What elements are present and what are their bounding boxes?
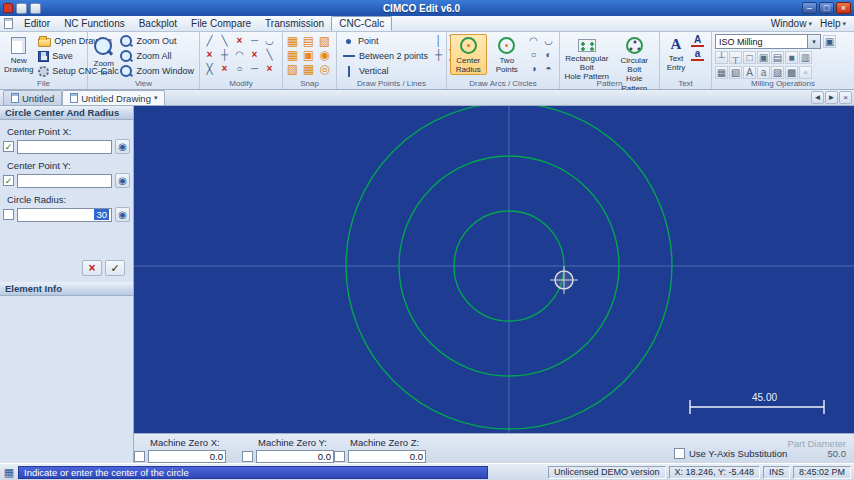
snap-tool-icon[interactable]: ▣ [302, 48, 315, 61]
menu-backplot[interactable]: Backplot [132, 17, 184, 30]
zoom-out-button[interactable]: Zoom Out [118, 34, 196, 48]
drawing-canvas[interactable]: 45.00 [134, 106, 854, 433]
tab-untitled[interactable]: Untitled [3, 90, 62, 105]
milling-operation-icon[interactable]: ▣ [757, 51, 770, 64]
menu-nc-functions[interactable]: NC Functions [57, 17, 132, 30]
uppercase-text-icon[interactable]: A [691, 34, 704, 47]
modify-tool-icon[interactable]: ─ [248, 62, 261, 75]
line-tool-icon[interactable]: ┼ [432, 48, 445, 61]
tab-untitled-drawing[interactable]: Untitled Drawing ▾ [62, 90, 165, 105]
vertical-line-button[interactable]: Vertical [340, 64, 430, 78]
quick-save-icon[interactable] [16, 3, 27, 14]
arc-tool-icon[interactable]: ○ [527, 48, 540, 61]
quick-undo-icon[interactable] [30, 3, 41, 14]
zoom-all-button[interactable]: Zoom All [118, 49, 196, 63]
modify-tool-icon[interactable]: ╳ [203, 62, 216, 75]
modify-tool-icon[interactable]: × [203, 48, 216, 61]
tab-close-button[interactable]: × [839, 91, 852, 104]
center-x-snap-button[interactable]: ◉ [115, 139, 130, 154]
snap-tool-icon[interactable]: ◎ [318, 62, 331, 75]
milling-operation-icon[interactable]: ┬ [729, 51, 742, 64]
between-2-points-button[interactable]: Between 2 points [340, 49, 430, 63]
milling-operation-icon[interactable]: ▦ [715, 66, 728, 79]
arc-tool-icon[interactable]: ◐ [542, 48, 555, 61]
center-y-checkbox[interactable]: ✓ [3, 175, 14, 186]
milling-settings-icon[interactable]: ▣ [823, 35, 836, 48]
milling-operation-icon[interactable]: ▧ [729, 66, 742, 79]
machine-zero-z-checkbox[interactable] [334, 451, 345, 462]
tab-scroll-right-button[interactable]: ► [825, 91, 838, 104]
machine-zero-z-input[interactable] [348, 450, 426, 463]
modify-tool-icon[interactable]: × [218, 62, 231, 75]
center-x-checkbox[interactable]: ✓ [3, 141, 14, 152]
menu-help[interactable]: Help▾ [820, 18, 846, 29]
center-y-input[interactable] [17, 174, 112, 188]
modify-tool-icon[interactable]: ◡ [263, 34, 276, 47]
snap-tool-icon[interactable]: ▤ [302, 34, 315, 47]
radius-snap-button[interactable]: ◉ [115, 207, 130, 222]
new-drawing-button[interactable]: New Drawing [3, 34, 34, 75]
zoom-window-button[interactable]: Zoom Window [118, 64, 196, 78]
snap-tool-icon[interactable]: ◉ [318, 48, 331, 61]
lowercase-text-icon[interactable]: a [691, 48, 704, 61]
machine-zero-x-checkbox[interactable] [134, 451, 145, 462]
milling-operation-icon[interactable]: a [757, 66, 770, 79]
milling-operation-icon[interactable]: ▩ [785, 66, 798, 79]
maximize-button[interactable]: □ [819, 2, 834, 14]
modify-tool-icon[interactable]: ─ [248, 34, 261, 47]
modify-tool-icon[interactable]: ╲ [218, 34, 231, 47]
tab-scroll-left-button[interactable]: ◄ [811, 91, 824, 104]
milling-preset-select[interactable]: ISO Milling ▾ [715, 34, 821, 49]
center-radius-button[interactable]: Center Radius [450, 34, 487, 75]
milling-operation-icon[interactable]: ▨ [771, 66, 784, 79]
use-y-axis-substitution-checkbox[interactable] [674, 448, 685, 459]
line-tool-icon[interactable]: │ [432, 34, 445, 47]
menu-cnc-calc[interactable]: CNC-Calc [331, 16, 392, 31]
modify-tool-icon[interactable]: ╲ [263, 48, 276, 61]
snap-tool-icon[interactable]: ▨ [286, 62, 299, 75]
snap-tool-icon[interactable]: ▧ [318, 34, 331, 47]
modify-tool-icon[interactable]: × [263, 62, 276, 75]
modify-tool-icon[interactable]: × [233, 34, 246, 47]
milling-operation-icon[interactable]: □ [743, 51, 756, 64]
milling-operation-icon[interactable]: ▥ [799, 51, 812, 64]
cancel-button[interactable]: × [82, 260, 102, 276]
radius-input[interactable]: 30 [17, 208, 112, 222]
apply-button[interactable]: ✓ [105, 260, 125, 276]
two-points-button[interactable]: Two Points [489, 34, 526, 75]
milling-operation-icon[interactable]: ■ [785, 51, 798, 64]
snap-tool-icon[interactable]: ▦ [286, 48, 299, 61]
arc-tool-icon[interactable]: ◓ [542, 62, 555, 75]
modify-tool-icon[interactable]: ╱ [203, 34, 216, 47]
menu-window[interactable]: Window▾ [771, 18, 812, 29]
snap-tool-icon[interactable]: ▦ [286, 34, 299, 47]
center-y-snap-button[interactable]: ◉ [115, 173, 130, 188]
milling-operation-icon[interactable]: ┴ [715, 51, 728, 64]
snap-tool-icon[interactable]: ▦ [302, 62, 315, 75]
milling-operation-icon[interactable]: ▫ [799, 66, 812, 79]
arc-tool-icon[interactable]: ◠ [527, 34, 540, 47]
point-button[interactable]: Point [340, 34, 430, 48]
menu-file-compare[interactable]: File Compare [184, 17, 258, 30]
minimize-button[interactable]: – [802, 2, 817, 14]
machine-zero-y-input[interactable] [256, 450, 334, 463]
modify-tool-icon[interactable]: × [248, 48, 261, 61]
menu-transmission[interactable]: Transmission [258, 17, 331, 30]
text-entry-button[interactable]: A Text Entry [663, 34, 689, 73]
radius-checkbox[interactable] [3, 209, 14, 220]
close-button[interactable]: × [836, 2, 851, 14]
arc-tool-icon[interactable]: ◑ [527, 62, 540, 75]
machine-zero-y-checkbox[interactable] [242, 451, 253, 462]
center-x-input[interactable] [17, 140, 112, 154]
modify-tool-icon[interactable]: ◠ [233, 48, 246, 61]
arc-tool-icon[interactable]: ◡ [542, 34, 555, 47]
menu-editor[interactable]: Editor [17, 17, 57, 30]
machine-zero-x-input[interactable] [148, 450, 226, 463]
zoom-in-button[interactable]: Zoom In [91, 34, 116, 78]
modify-tool-icon[interactable]: ┼ [218, 48, 231, 61]
milling-operation-icon[interactable]: A [743, 66, 756, 79]
insert-mode-indicator[interactable]: INS [763, 466, 790, 479]
rectangular-bolt-hole-pattern-button[interactable]: Rectangular Bolt Hole Pattern [563, 34, 610, 83]
modify-tool-icon[interactable]: ○ [233, 62, 246, 75]
milling-operation-icon[interactable]: ▤ [771, 51, 784, 64]
